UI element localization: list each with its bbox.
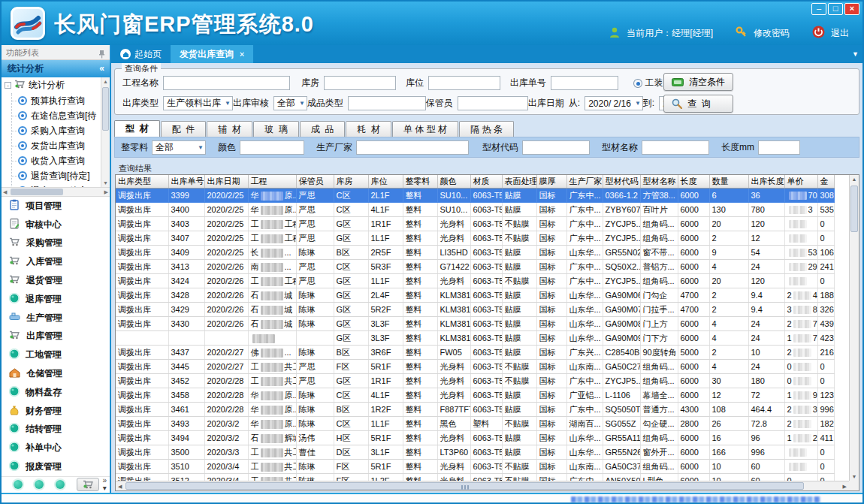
tree-vertical-scrollbar[interactable]: ▲▼ (101, 77, 110, 187)
overflow-chevron[interactable]: »▾ (102, 477, 107, 492)
dot-icon[interactable] (14, 480, 23, 489)
subtab-成品[interactable]: 成 品 (300, 121, 346, 137)
column-header[interactable]: 金 (817, 175, 834, 189)
tree-expander-icon[interactable]: - (5, 82, 11, 89)
column-header[interactable]: 型材代码 (603, 175, 640, 189)
tree-item-发货出库查询[interactable]: 发货出库查询 (12, 138, 110, 153)
tab-overflow-icon[interactable]: ▼ (852, 50, 859, 58)
date-from-picker[interactable]: 2020/ 2/16▼ (585, 96, 643, 110)
radio-work-label[interactable]: 工装 (645, 77, 663, 89)
subtab-单体型材[interactable]: 单 体 型 材 (392, 121, 458, 137)
sidebar-group-statistics[interactable]: 统计分析 « (2, 60, 110, 77)
table-row[interactable]: 调拨出库34092020/2/25长...陈琳B区2R5F整料LI35HD606… (116, 246, 834, 260)
tree-item-收货入库查询[interactable]: 收货入库查询 (12, 153, 110, 168)
sidebar-item-生产管理[interactable]: 生产管理 (2, 309, 110, 327)
sidebar-item-入库管理[interactable]: 入库管理 (2, 252, 110, 271)
sidebar-item-财务管理[interactable]: 财务管理 (2, 402, 110, 421)
product-type-input[interactable] (348, 96, 426, 110)
change-password-link[interactable]: 修改密码 (754, 27, 790, 40)
sidebar-item-工地管理[interactable]: 工地管理 (2, 346, 110, 364)
column-header[interactable]: 出库单号 (168, 175, 204, 189)
column-header[interactable]: 库房 (334, 175, 368, 189)
column-header[interactable]: 工程 (248, 175, 296, 189)
subtab-玻璃[interactable]: 玻 璃 (253, 121, 299, 137)
subtab-隔热条[interactable]: 隔 热 条 (459, 121, 514, 137)
table-row[interactable]: G区3L3F整料KLM38176063-T5贴膜国标山东华...GA90M09.… (116, 331, 834, 346)
table-row[interactable]: 调拨出库34452020/2/27工共工程严思F区5R1F整料光身料6063-T… (116, 360, 834, 374)
table-row[interactable]: 调拨出库34032020/2/25工工程严思G区1R1F整料光身料6063-T5… (116, 217, 834, 231)
table-row[interactable]: 调拨出库34522020/2/28工共工程严思G区1R1F整料光身料6063-T… (116, 374, 834, 388)
table-row[interactable]: 调拨出库35122020/3/4工共工程陈琳F区1L2F整料光身料6063-T5… (116, 474, 834, 481)
table-row[interactable]: 调拨出库34582020/2/28华原...陈琳C区4L1F整料光身料6063-… (116, 388, 834, 403)
sidebar-item-补单中心[interactable]: 补单中心 (2, 439, 110, 457)
column-header[interactable]: 膜厚 (536, 175, 566, 189)
column-header[interactable]: 单价 (784, 175, 817, 189)
keeper-input[interactable] (458, 96, 528, 110)
column-header[interactable]: 出库日期 (204, 175, 248, 189)
profile-code-input[interactable] (522, 140, 590, 155)
column-header[interactable]: 材质 (470, 175, 502, 189)
column-header[interactable]: 出库长度 (748, 175, 784, 189)
table-row[interactable]: 调拨出库35002020/3/3工共工程曹佳D区3L1F整料LT3P606063… (116, 445, 834, 460)
column-header[interactable]: 颜色 (437, 175, 470, 189)
subtab-配件[interactable]: 配 件 (161, 121, 207, 137)
logout-link[interactable]: 退出 (831, 27, 849, 40)
order-no-input[interactable] (551, 76, 618, 90)
grid-horizontal-scrollbar[interactable]: ◀▶ (116, 481, 849, 490)
collapse-icon[interactable]: « (99, 60, 104, 77)
project-name-input[interactable] (163, 76, 290, 90)
table-row[interactable]: 调拨出库34002020/2/25华原...严思C区4L1F整料SU10...6… (116, 203, 834, 217)
cart-button[interactable] (77, 478, 99, 491)
outbound-type-select[interactable]: 生产领料出库▼ (163, 96, 233, 110)
table-row[interactable]: 调拨出库34302020/2/26石城陈琳G区3L3F整料KLM38176063… (116, 317, 834, 331)
tree-item-在途信息查询[待[interactable]: 在途信息查询[待 (12, 108, 110, 123)
sidebar-item-结转管理[interactable]: 结转管理 (2, 421, 110, 439)
table-row[interactable]: 调拨出库34242020/2/26工工程严思G区1L1F整料光身料6063-T5… (116, 274, 834, 288)
radio-work-install[interactable] (633, 79, 642, 88)
minimize-button[interactable]: – (811, 3, 826, 15)
sidebar-item-采购管理[interactable]: 采购管理 (2, 234, 110, 253)
tree-item-采购入库查询[interactable]: 采购入库查询 (12, 123, 110, 138)
column-header[interactable]: 库位 (368, 175, 403, 189)
table-row[interactable]: 调拨出库34612020/2/28华原...陈琳B区1R2F整料F887TFT6… (116, 403, 834, 417)
tab-发货出库查询[interactable]: 发货出库查询× (171, 45, 253, 63)
sidebar-item-物料盘存[interactable]: 物料盘存 (2, 383, 110, 402)
clear-conditions-button[interactable]: 清空条件 (663, 73, 733, 91)
manufacturer-input[interactable] (356, 140, 469, 155)
length-input[interactable] (758, 140, 800, 155)
sidebar-item-出库管理[interactable]: 出库管理 (2, 327, 110, 346)
warehouse-input[interactable] (324, 76, 396, 90)
tab-起始页[interactable]: 起始页 (111, 45, 171, 63)
profile-name-input[interactable] (642, 140, 709, 155)
column-header[interactable]: 出库类型 (116, 175, 168, 189)
color-input[interactable] (240, 140, 304, 155)
column-header[interactable]: 整零料 (403, 175, 437, 189)
search-button[interactable]: 查 询 (663, 95, 733, 113)
table-row[interactable]: 调拨出库34072020/2/25工工程严思G区1L1F整料光身料6063-T5… (116, 231, 834, 246)
whole-part-select[interactable]: 全部▼ (152, 140, 206, 155)
column-header[interactable]: 长度 (678, 175, 709, 189)
table-row[interactable]: 调拨出库33992020/2/25华原...严思C区2L1F整料SU10...6… (116, 189, 834, 203)
sidebar-item-退库管理[interactable]: 退库管理 (2, 290, 110, 309)
subtab-辅材[interactable]: 辅 材 (207, 121, 252, 137)
grid-vertical-scrollbar[interactable]: ▲▼ (849, 175, 859, 481)
table-row[interactable]: 调拨出库34932020/3/2华原...陈琳C区1L1F整料黑色塑料不贴膜国标… (116, 417, 834, 431)
column-header[interactable]: 保管员 (296, 175, 334, 189)
table-row[interactable]: 调拨出库34942020/3/2石辉城汤伟H区5R1F整料光身料6063-T5贴… (116, 431, 834, 445)
tree-item-退货查询[待定][interactable]: 退货查询[待定] (12, 168, 110, 183)
sidebar-item-退货管理[interactable]: 退货管理 (2, 271, 110, 290)
audit-select[interactable]: 全部▼ (273, 96, 307, 110)
tab-close-icon[interactable]: × (240, 50, 244, 59)
table-row[interactable]: 调拨出库34132020/2/26南...严思C区5R3F整料G71422606… (116, 260, 834, 274)
column-header[interactable]: 表面处理 (502, 175, 536, 189)
close-button[interactable]: × (844, 3, 859, 15)
sidebar-item-报废管理[interactable]: 报废管理 (2, 457, 110, 476)
table-row[interactable]: 调拨出库34292020/2/26石城陈琳G区5R2F整料KLM38176063… (116, 303, 834, 317)
subtab-耗材[interactable]: 耗 材 (346, 121, 391, 137)
column-header[interactable]: 生产厂家 (566, 175, 603, 189)
tree-root-statistics[interactable]: - 统计分析 (2, 77, 110, 93)
location-input[interactable] (428, 76, 500, 90)
tree-item-预算执行查询[interactable]: 预算执行查询 (12, 93, 110, 108)
sidebar-item-项目管理[interactable]: 项目管理 (2, 197, 110, 216)
column-header[interactable]: 型材名称 (640, 175, 678, 189)
